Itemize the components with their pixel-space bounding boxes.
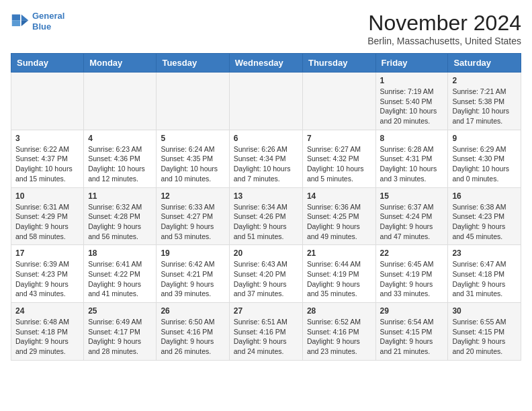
svg-rect-3 <box>12 14 20 20</box>
day-number: 29 <box>380 306 444 316</box>
day-info: Sunrise: 6:27 AM Sunset: 4:32 PM Dayligh… <box>307 144 371 184</box>
day-info: Sunrise: 6:44 AM Sunset: 4:19 PM Dayligh… <box>307 259 371 299</box>
calendar-cell: 23Sunrise: 6:47 AM Sunset: 4:18 PM Dayli… <box>448 245 521 303</box>
calendar-cell: 22Sunrise: 6:45 AM Sunset: 4:19 PM Dayli… <box>375 245 448 303</box>
logo-line1: General <box>32 11 64 21</box>
day-info: Sunrise: 6:23 AM Sunset: 4:36 PM Dayligh… <box>88 144 152 184</box>
day-number: 3 <box>15 134 79 143</box>
day-number: 4 <box>88 134 152 143</box>
day-info: Sunrise: 6:31 AM Sunset: 4:29 PM Dayligh… <box>15 202 79 242</box>
calendar-cell: 26Sunrise: 6:50 AM Sunset: 4:16 PM Dayli… <box>157 303 229 361</box>
day-info: Sunrise: 6:43 AM Sunset: 4:20 PM Dayligh… <box>234 259 298 299</box>
day-number: 26 <box>161 306 224 316</box>
weekday-header-thursday: Thursday <box>302 54 375 73</box>
location-subtitle: Berlin, Massachusetts, United States <box>367 36 521 46</box>
day-number: 20 <box>234 248 298 258</box>
calendar-cell: 10Sunrise: 6:31 AM Sunset: 4:29 PM Dayli… <box>11 187 84 245</box>
day-number: 21 <box>307 248 371 258</box>
day-number: 8 <box>380 134 444 143</box>
weekday-header-wednesday: Wednesday <box>229 54 302 73</box>
logo-text: General Blue <box>32 11 64 32</box>
day-info: Sunrise: 6:54 AM Sunset: 4:15 PM Dayligh… <box>380 317 444 357</box>
day-info: Sunrise: 6:33 AM Sunset: 4:27 PM Dayligh… <box>161 202 224 242</box>
calendar-cell: 30Sunrise: 6:55 AM Sunset: 4:15 PM Dayli… <box>448 303 521 361</box>
calendar-cell: 24Sunrise: 6:48 AM Sunset: 4:18 PM Dayli… <box>11 303 84 361</box>
title-area: November 2024 Berlin, Massachusetts, Uni… <box>367 11 521 46</box>
weekday-header-sunday: Sunday <box>11 54 84 73</box>
calendar-cell: 19Sunrise: 6:42 AM Sunset: 4:21 PM Dayli… <box>157 245 229 303</box>
calendar-cell: 27Sunrise: 6:51 AM Sunset: 4:16 PM Dayli… <box>229 303 302 361</box>
day-info: Sunrise: 6:42 AM Sunset: 4:21 PM Dayligh… <box>161 259 224 299</box>
day-number: 15 <box>380 191 444 201</box>
day-info: Sunrise: 6:38 AM Sunset: 4:23 PM Dayligh… <box>452 202 517 242</box>
calendar-cell <box>229 73 302 130</box>
day-number: 10 <box>15 191 79 201</box>
day-info: Sunrise: 6:49 AM Sunset: 4:17 PM Dayligh… <box>88 317 152 357</box>
day-info: Sunrise: 6:39 AM Sunset: 4:23 PM Dayligh… <box>15 259 79 299</box>
weekday-header-saturday: Saturday <box>448 54 521 73</box>
day-number: 28 <box>307 306 371 316</box>
day-info: Sunrise: 6:28 AM Sunset: 4:31 PM Dayligh… <box>380 144 444 184</box>
day-number: 6 <box>234 134 298 143</box>
calendar-cell: 25Sunrise: 6:49 AM Sunset: 4:17 PM Dayli… <box>84 303 157 361</box>
calendar-cell: 17Sunrise: 6:39 AM Sunset: 4:23 PM Dayli… <box>11 245 84 303</box>
calendar-cell: 7Sunrise: 6:27 AM Sunset: 4:32 PM Daylig… <box>302 130 375 187</box>
day-info: Sunrise: 6:26 AM Sunset: 4:34 PM Dayligh… <box>234 144 298 184</box>
week-row-1: 1Sunrise: 7:19 AM Sunset: 5:40 PM Daylig… <box>11 73 521 130</box>
week-row-3: 10Sunrise: 6:31 AM Sunset: 4:29 PM Dayli… <box>11 187 521 245</box>
day-info: Sunrise: 6:55 AM Sunset: 4:15 PM Dayligh… <box>452 317 517 357</box>
header: General Blue November 2024 Berlin, Massa… <box>11 11 521 46</box>
day-number: 1 <box>380 76 444 85</box>
logo: General Blue <box>11 11 64 32</box>
day-number: 17 <box>15 248 79 258</box>
day-number: 9 <box>452 134 517 143</box>
day-number: 24 <box>15 306 79 316</box>
day-number: 22 <box>380 248 444 258</box>
calendar-cell: 14Sunrise: 6:36 AM Sunset: 4:25 PM Dayli… <box>302 187 375 245</box>
day-info: Sunrise: 6:24 AM Sunset: 4:35 PM Dayligh… <box>161 144 224 184</box>
calendar-cell <box>302 73 375 130</box>
calendar-cell: 4Sunrise: 6:23 AM Sunset: 4:36 PM Daylig… <box>84 130 157 187</box>
weekday-header-monday: Monday <box>84 54 157 73</box>
day-number: 27 <box>234 306 298 316</box>
weekday-header-row: SundayMondayTuesdayWednesdayThursdayFrid… <box>11 54 521 73</box>
calendar-cell: 8Sunrise: 6:28 AM Sunset: 4:31 PM Daylig… <box>375 130 448 187</box>
logo-icon <box>11 12 30 31</box>
day-number: 23 <box>452 248 517 258</box>
day-number: 16 <box>452 191 517 201</box>
calendar-table: SundayMondayTuesdayWednesdayThursdayFrid… <box>11 53 521 361</box>
calendar-cell: 5Sunrise: 6:24 AM Sunset: 4:35 PM Daylig… <box>157 130 229 187</box>
day-info: Sunrise: 6:32 AM Sunset: 4:28 PM Dayligh… <box>88 202 152 242</box>
day-number: 18 <box>88 248 152 258</box>
day-info: Sunrise: 6:22 AM Sunset: 4:37 PM Dayligh… <box>15 144 79 184</box>
day-number: 14 <box>307 191 371 201</box>
day-info: Sunrise: 6:34 AM Sunset: 4:26 PM Dayligh… <box>234 202 298 242</box>
day-number: 25 <box>88 306 152 316</box>
calendar-cell: 13Sunrise: 6:34 AM Sunset: 4:26 PM Dayli… <box>229 187 302 245</box>
day-info: Sunrise: 6:36 AM Sunset: 4:25 PM Dayligh… <box>307 202 371 242</box>
calendar-cell: 3Sunrise: 6:22 AM Sunset: 4:37 PM Daylig… <box>11 130 84 187</box>
calendar-cell: 15Sunrise: 6:37 AM Sunset: 4:24 PM Dayli… <box>375 187 448 245</box>
week-row-4: 17Sunrise: 6:39 AM Sunset: 4:23 PM Dayli… <box>11 245 521 303</box>
weekday-header-tuesday: Tuesday <box>157 54 229 73</box>
calendar-cell <box>11 73 84 130</box>
day-info: Sunrise: 6:48 AM Sunset: 4:18 PM Dayligh… <box>15 317 79 357</box>
day-info: Sunrise: 6:37 AM Sunset: 4:24 PM Dayligh… <box>380 202 444 242</box>
logo-line2: Blue <box>32 21 51 32</box>
day-info: Sunrise: 6:50 AM Sunset: 4:16 PM Dayligh… <box>161 317 224 357</box>
day-number: 5 <box>161 134 224 143</box>
svg-rect-4 <box>12 20 20 26</box>
day-info: Sunrise: 6:45 AM Sunset: 4:19 PM Dayligh… <box>380 259 444 299</box>
month-title: November 2024 <box>367 11 521 36</box>
calendar-cell <box>84 73 157 130</box>
day-info: Sunrise: 6:47 AM Sunset: 4:18 PM Dayligh… <box>452 259 517 299</box>
calendar-cell <box>157 73 229 130</box>
day-info: Sunrise: 7:19 AM Sunset: 5:40 PM Dayligh… <box>380 87 444 126</box>
day-info: Sunrise: 6:52 AM Sunset: 4:16 PM Dayligh… <box>307 317 371 357</box>
day-info: Sunrise: 6:51 AM Sunset: 4:16 PM Dayligh… <box>234 317 298 357</box>
calendar-cell: 6Sunrise: 6:26 AM Sunset: 4:34 PM Daylig… <box>229 130 302 187</box>
day-number: 19 <box>161 248 224 258</box>
week-row-5: 24Sunrise: 6:48 AM Sunset: 4:18 PM Dayli… <box>11 303 521 361</box>
day-info: Sunrise: 7:21 AM Sunset: 5:38 PM Dayligh… <box>452 87 517 126</box>
week-row-2: 3Sunrise: 6:22 AM Sunset: 4:37 PM Daylig… <box>11 130 521 187</box>
